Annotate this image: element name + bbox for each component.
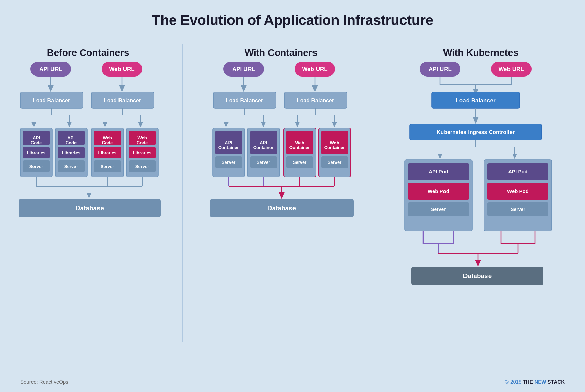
svg-text:Code: Code (31, 140, 42, 145)
brand-new: NEW (534, 379, 546, 385)
svg-text:Libraries: Libraries (133, 150, 152, 155)
svg-text:Database: Database (75, 204, 104, 212)
svg-text:Web: Web (103, 135, 112, 140)
svg-text:API URL: API URL (39, 66, 62, 72)
svg-text:Kubernetes Ingress Controller: Kubernetes Ingress Controller (437, 129, 515, 135)
svg-text:Load Balancer: Load Balancer (456, 97, 496, 104)
svg-text:Server: Server (511, 206, 525, 212)
svg-text:Server: Server (328, 160, 341, 165)
copyright-year: © 2018 (505, 379, 522, 385)
svg-text:API: API (225, 140, 232, 145)
kubernetes-title: With Kubernetes (443, 47, 518, 58)
svg-text:API Pod: API Pod (429, 169, 448, 174)
svg-text:Server: Server (257, 160, 270, 165)
before-title: Before Containers (47, 47, 129, 58)
svg-text:Libraries: Libraries (98, 150, 117, 155)
svg-text:Web: Web (137, 135, 147, 140)
svg-text:Code: Code (102, 140, 113, 145)
containers-title: With Containers (245, 47, 317, 58)
svg-text:Web URL: Web URL (498, 66, 524, 72)
svg-text:Server: Server (64, 164, 78, 169)
svg-text:API: API (260, 140, 267, 145)
svg-text:Server: Server (293, 160, 306, 165)
svg-text:API URL: API URL (429, 66, 452, 72)
svg-text:API URL: API URL (232, 66, 255, 72)
svg-text:Load Balancer: Load Balancer (104, 97, 141, 103)
svg-text:Web: Web (330, 140, 339, 145)
page-title: The Evolution of Application Infrastruct… (0, 0, 585, 28)
svg-text:Load Balancer: Load Balancer (33, 97, 70, 103)
svg-text:Server: Server (29, 164, 43, 169)
svg-text:Database: Database (267, 204, 296, 212)
footer-source: Source: ReactiveOps (20, 379, 68, 385)
svg-text:Server: Server (222, 160, 235, 165)
svg-text:Load Balancer: Load Balancer (226, 97, 263, 103)
svg-text:Container: Container (324, 145, 345, 150)
svg-text:Libraries: Libraries (27, 150, 46, 155)
svg-text:Web URL: Web URL (109, 66, 134, 72)
svg-text:Web Pod: Web Pod (507, 188, 529, 194)
svg-text:Server: Server (101, 164, 114, 169)
svg-text:API Pod: API Pod (508, 169, 528, 174)
svg-text:API: API (67, 135, 75, 140)
svg-text:Load Balancer: Load Balancer (297, 97, 334, 103)
svg-text:Code: Code (66, 140, 77, 145)
svg-text:Libraries: Libraries (62, 150, 81, 155)
svg-text:Container: Container (218, 145, 239, 150)
svg-text:Code: Code (137, 140, 148, 145)
svg-text:Server: Server (135, 164, 149, 169)
svg-text:Database: Database (463, 272, 492, 279)
svg-text:Web Pod: Web Pod (428, 188, 449, 194)
svg-text:Server: Server (431, 206, 446, 212)
brand-stack: STACK (547, 379, 565, 385)
svg-text:Container: Container (289, 145, 310, 150)
svg-text:Container: Container (253, 145, 274, 150)
svg-text:Web URL: Web URL (302, 66, 327, 72)
svg-text:API: API (32, 135, 40, 140)
brand-the: THE (523, 379, 533, 385)
footer-brand: © 2018 THENEWSTACK (505, 379, 565, 385)
svg-text:Web: Web (295, 140, 304, 145)
